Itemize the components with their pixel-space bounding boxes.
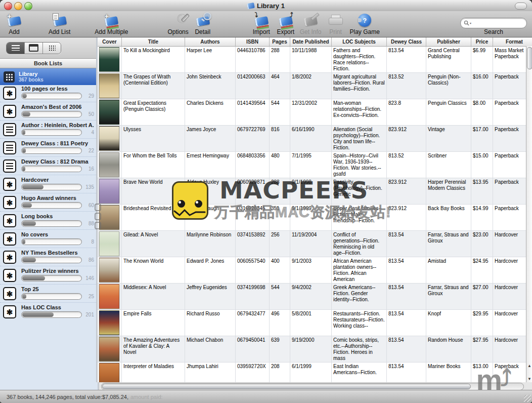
view-split-button[interactable] [25,43,43,54]
table-row[interactable]: Empire FallsRichard Russo06794324774965/… [98,310,532,336]
titlebar[interactable]: Library 1 [0,0,532,12]
view-grid-button[interactable] [43,43,61,54]
sidebar-item-label: Dewey Class : 812 Drama [21,158,88,165]
table-row[interactable]: To Kill a MockingbirdHarper Lee044631078… [98,47,532,73]
cell-isbn: 0060557540 [236,257,270,283]
sidebar-item[interactable]: ✱Hardcover135 [0,175,96,193]
import-button[interactable]: ⤵ Import [251,12,272,35]
vertical-scrollbar[interactable]: ▲ ▼ [526,46,532,382]
column-header-dewey-class[interactable]: Dewey Class [387,37,426,46]
print-button[interactable]: Print [325,12,345,35]
table-row[interactable]: The Amazing Adventures of Kavalier & Cla… [98,336,532,362]
grid-view-icon [49,45,56,51]
column-header-isbn[interactable]: ISBN [236,37,270,46]
add-button[interactable]: + Add [4,12,24,35]
cell-dewey: 823.912 [387,205,426,230]
cell-loc: East Indian Americans--Fiction. [332,362,387,382]
cell-pages: 544 [270,99,290,125]
sidebar-item[interactable]: ✱Top 2525 [0,284,96,302]
detail-button[interactable]: Detail [193,12,213,35]
cell-pages: 639 [270,336,290,362]
table-row[interactable]: Brave New WorldAldous Huxley006092987128… [98,178,532,205]
list-icon [3,141,16,154]
view-list-button[interactable] [7,43,25,54]
sidebar-item[interactable]: Dewey Class : 811 Poetry22 [0,138,96,156]
cell-cover [98,257,122,283]
cell-title: Middlesex: A Novel [122,284,185,309]
table-row[interactable]: Great Expectations (Penguin Classics)Cha… [98,99,532,126]
horizontal-scrollbar-thumb[interactable] [102,384,471,389]
export-button[interactable]: ⤴ Export [276,12,296,35]
table-row[interactable]: Interpreter of MaladiesJhumpa Lahiri0395… [98,362,532,382]
cell-title: Brideshead Revisited [122,205,185,230]
sidebar-item[interactable]: ✱NY Times Bestsellers86 [0,248,96,266]
view-switcher-area [0,37,96,59]
get-info-label: Get Info [300,28,322,35]
cell-date: 12/31/2002 [290,99,332,125]
list-icon [3,123,16,136]
status-bar: 367 books, 144,246 pages, total value:$7… [0,390,532,403]
cell-authors: Marilynne Robinson [185,231,236,257]
horizontal-scrollbar[interactable] [101,383,524,390]
sidebar-item-label: Dewey Class : 811 Poetry [21,140,88,146]
table-row[interactable]: Middlesex: A NovelJeffrey Eugenides03741… [98,284,532,310]
play-game-button[interactable]: ? Play Game [349,12,379,35]
list-icon [3,159,16,173]
column-header-publisher[interactable]: Publisher [426,37,471,46]
cell-cover [98,126,122,151]
cell-title: Empire Falls [122,310,185,336]
sidebar-item[interactable]: ✱Long books88 [0,211,96,229]
sidebar-item[interactable]: ✱Amazon's Best of 200650 [0,102,96,120]
table-row[interactable]: For Whom the Bell TollsErnest Hemingway0… [98,152,532,178]
cell-loc: African American plantation owners--Fict… [332,257,387,283]
table-row[interactable]: The Known WorldEdward P. Jones0060557540… [98,257,532,284]
add-multiple-button[interactable]: + Add Multiple [95,12,128,35]
sidebar-item-library[interactable]: Library 367 books [0,68,96,85]
sidebar-item[interactable]: Author : Heinlein, Robert A.4 [0,120,96,138]
cell-cover [98,99,122,125]
view-switcher [6,42,61,54]
add-list-button[interactable]: Add List [49,12,70,35]
search-input[interactable] [472,20,516,27]
list-progress-bar [21,147,82,154]
cell-dewey: 823.912 [387,178,426,204]
cell-authors: Michael Chabon [185,336,236,362]
cell-isbn: 0679432477 [236,310,270,336]
smart-list-gear-icon: ✱ [3,87,16,100]
smart-list-gear-icon: ✱ [3,269,16,282]
get-info-button[interactable]: Get Info [300,12,322,35]
column-header-authors[interactable]: Authors [185,37,236,46]
book-cover-thumbnail [99,231,119,256]
toolbar-toggle-button[interactable] [515,3,527,10]
search-field[interactable]: ▾ [460,18,527,28]
play-game-label: Play Game [349,28,379,35]
table-row[interactable]: Brideshead RevisitedEvelyn Waugh03169263… [98,205,532,231]
resize-grip[interactable] [524,395,531,402]
sidebar-item[interactable]: ✱Has LOC Class201 [0,302,96,320]
options-button[interactable]: Options [167,12,188,35]
scroll-down-arrow[interactable]: ▼ [527,377,531,381]
cell-loc: Migrant agricultural laborers--Fiction. … [332,73,387,99]
table-row[interactable]: Gilead: A NovelMarilynne Robinson0374153… [98,231,532,257]
sidebar-item[interactable]: ✱Pulitzer Prize winners146 [0,266,96,284]
sidebar-item[interactable]: Dewey Class : 812 Drama16 [0,156,96,175]
scroll-up-arrow[interactable]: ▲ [527,364,531,368]
column-header-title[interactable]: Title [122,37,185,46]
column-header-price[interactable]: Price [471,37,493,46]
cell-price: $13.95 [471,178,493,204]
column-header-date-published[interactable]: Date Published [290,37,332,46]
sidebar-item[interactable]: ✱Hugo Award winners60 [0,193,96,211]
column-header-loc-subjects[interactable]: LOC Subjects [332,37,387,46]
search-scope-chevron-icon[interactable]: ▾ [470,21,471,25]
list-count: 60 [88,203,94,208]
column-header-pages[interactable]: Pages [270,37,290,46]
sidebar-item[interactable]: ✱No covers8 [0,229,96,248]
table-row[interactable]: UlyssesJames Joyce06797227698166/16/1990… [98,126,532,152]
column-header-format[interactable]: Format [493,37,532,46]
book-cover-thumbnail [99,152,119,177]
column-header-cover[interactable]: Cover [98,37,122,46]
vertical-scrollbar-thumb[interactable] [527,47,532,69]
sidebar-item[interactable]: ✱100 pages or less29 [0,84,96,102]
cell-cover [98,152,122,178]
table-row[interactable]: The Grapes of Wrath (Centennial Edition)… [98,73,532,99]
